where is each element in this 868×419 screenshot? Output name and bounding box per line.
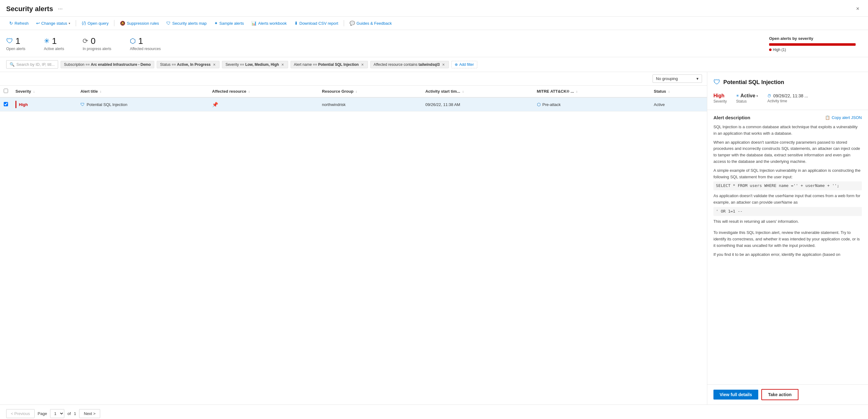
panel-time-label: Activity time — [767, 99, 808, 103]
suppression-rules-icon: 🔕 — [120, 21, 125, 26]
affected-resources-icon: ⬡ — [130, 37, 136, 45]
table-row[interactable]: High 🛡 Potential SQL Injection 📌 northwi… — [0, 97, 707, 111]
open-query-button[interactable]: ⟨/⟩ Open query — [79, 19, 112, 27]
panel-section-header: Alert description 📋 Copy alert JSON — [713, 115, 862, 120]
status-chevron-icon: ▾ — [756, 94, 758, 98]
activity-time-sort-icon: ↕ — [462, 90, 464, 93]
severity-filter-chip: Severity == Low, Medium, High × — [222, 61, 288, 68]
open-alerts-icon: 🛡 — [6, 37, 13, 45]
security-alerts-map-button[interactable]: 🛡 Security alerts map — [163, 19, 210, 27]
open-query-icon: ⟨/⟩ — [82, 21, 86, 26]
change-status-button[interactable]: ↩ Change status ▾ — [33, 19, 73, 27]
refresh-button[interactable]: ↻ Refresh — [6, 19, 32, 27]
panel-severity-label: Severity — [713, 99, 727, 103]
severity-chart-title: Open alerts by severity — [769, 36, 862, 41]
resource-filter-chip: Affected resource contains tailwindsql3 … — [370, 61, 449, 68]
alertname-filter-remove[interactable]: × — [361, 62, 364, 67]
suppression-rules-label: Suppression rules — [127, 21, 159, 26]
take-action-button[interactable]: Take action — [762, 389, 799, 400]
affected-resource-column-header[interactable]: Affected resource ↕ — [208, 86, 318, 97]
row-resource-group-cell: northwindrisk — [318, 97, 422, 111]
affected-resources-count: 1 — [138, 36, 143, 46]
severity-filter-remove[interactable]: × — [281, 62, 284, 67]
grouping-select[interactable]: No grouping ▾ — [653, 74, 702, 83]
search-box[interactable]: 🔍 Search by ID, IP, titl... — [6, 60, 58, 69]
copy-json-label: Copy alert JSON — [832, 115, 862, 120]
sample-alerts-button[interactable]: ✦ Sample alerts — [211, 19, 247, 27]
table-body: High 🛡 Potential SQL Injection 📌 northwi… — [0, 97, 707, 111]
resource-group-column-header[interactable]: Resource Group ↕ — [318, 86, 422, 97]
of-label: of — [67, 411, 71, 416]
copy-icon: 📋 — [825, 115, 830, 120]
panel-time-value: 09/26/22, 11:38 ... — [773, 93, 808, 98]
alert-title-column-header[interactable]: Alert title ↕ — [77, 86, 208, 97]
row-activity-start-time: 09/26/22, 11:38 AM — [425, 102, 460, 107]
panel-title: Potential SQL Injection — [723, 79, 784, 86]
row-checkbox[interactable] — [4, 102, 8, 106]
affected-resource-sort-icon: ↕ — [248, 90, 250, 93]
panel-header: 🛡 Potential SQL Injection High Severity … — [707, 72, 868, 110]
row-mitre-cell: ⬡ Pre-attack — [533, 97, 650, 111]
grouping-bar: No grouping ▾ — [0, 72, 707, 86]
severity-indicator — [16, 101, 17, 108]
add-filter-button[interactable]: ⊕ Add filter — [451, 61, 477, 68]
alert-description-title: Alert description — [713, 115, 750, 120]
search-placeholder: Search by ID, IP, titl... — [17, 62, 55, 67]
page-select[interactable]: 1 — [50, 409, 64, 418]
ellipsis-button[interactable]: ··· — [56, 5, 65, 13]
select-all-checkbox[interactable] — [4, 89, 8, 93]
mitre-column-header[interactable]: MITRE ATT&CK® ... ↕ — [533, 86, 650, 97]
select-all-header[interactable] — [0, 86, 12, 97]
active-alerts-count: 1 — [52, 36, 57, 46]
row-severity-value: High — [19, 102, 28, 107]
download-csv-icon: ⬇ — [294, 21, 298, 26]
status-filter-remove[interactable]: × — [212, 62, 216, 67]
previous-button[interactable]: < Previous — [6, 409, 35, 418]
status-filter-chip: Status == Active, In Progress × — [157, 61, 220, 68]
table-header: Severity ↓ Alert title ↕ Affected resour… — [0, 86, 707, 97]
resource-filter-remove[interactable]: × — [441, 62, 445, 67]
panel-footer: View full details Take action — [707, 384, 868, 405]
active-alerts-icon: ✳ — [44, 37, 50, 45]
close-button[interactable]: × — [854, 4, 862, 13]
panel-severity: High Severity — [713, 93, 727, 103]
next-button[interactable]: Next > — [79, 409, 100, 418]
copy-json-button[interactable]: 📋 Copy alert JSON — [825, 115, 862, 120]
row-resource-group: northwindrisk — [322, 102, 346, 107]
row-status: Active — [654, 102, 664, 107]
severity-column-header[interactable]: Severity ↓ — [12, 86, 77, 97]
severity-sort-icon: ↓ — [33, 90, 35, 93]
guides-feedback-button[interactable]: 💬 Guides & Feedback — [346, 19, 395, 27]
subscription-filter-chip: Subscription == Arc enabled Infrastructu… — [61, 61, 154, 68]
resource-icon: 📌 — [212, 102, 218, 107]
status-dropdown[interactable]: ✳ Active ▾ — [736, 93, 758, 99]
row-checkbox-cell[interactable] — [0, 97, 12, 111]
add-filter-icon: ⊕ — [455, 62, 458, 67]
time-icon: ⏱ — [767, 94, 771, 98]
active-alerts-label: Active alerts — [44, 47, 64, 51]
severity-chart: Open alerts by severity High (1) — [769, 36, 862, 52]
security-alerts-map-label: Security alerts map — [172, 21, 207, 26]
panel-status-label: Status — [736, 99, 758, 103]
status-column-header[interactable]: Status ↕ — [650, 86, 707, 97]
refresh-label: Refresh — [14, 21, 29, 26]
sample-alerts-label: Sample alerts — [219, 21, 244, 26]
download-csv-button[interactable]: ⬇ Download CSV report — [291, 19, 342, 27]
page-title: Security alerts — [6, 5, 53, 13]
resource-group-sort-icon: ↕ — [355, 90, 357, 93]
panel-title-row: 🛡 Potential SQL Injection — [713, 78, 862, 86]
separator-1 — [76, 20, 76, 26]
chevron-down-icon: ▾ — [69, 22, 70, 25]
change-status-icon: ↩ — [36, 21, 40, 26]
open-query-label: Open query — [88, 21, 108, 26]
alert-shield-icon: 🛡 — [81, 102, 85, 107]
guides-feedback-label: Guides & Feedback — [356, 21, 392, 26]
severity-dot — [769, 49, 772, 51]
alerts-workbook-button[interactable]: 📊 Alerts workbook — [248, 19, 290, 27]
activity-start-time-column-header[interactable]: Activity start tim... ↕ — [422, 86, 533, 97]
view-full-details-button[interactable]: View full details — [713, 390, 758, 399]
right-panel: 🛡 Potential SQL Injection High Severity … — [707, 72, 868, 405]
pagination: < Previous Page 1 of 1 Next > — [0, 405, 868, 419]
suppression-rules-button[interactable]: 🔕 Suppression rules — [117, 19, 162, 27]
panel-status: ✳ Active ▾ Status — [736, 93, 758, 103]
